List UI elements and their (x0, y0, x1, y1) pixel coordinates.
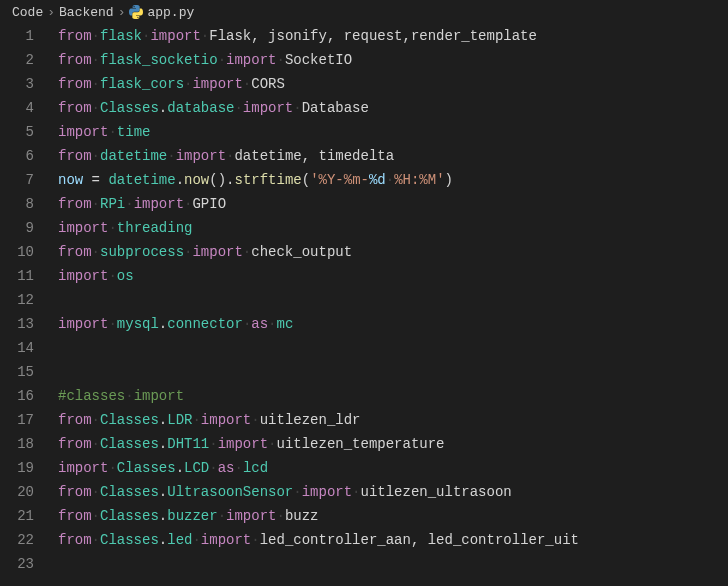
token: · (108, 460, 116, 476)
token: import (134, 196, 184, 212)
token: check_output (251, 244, 352, 260)
code-line[interactable] (58, 360, 728, 384)
token: datetime (108, 172, 175, 188)
breadcrumb-item-file[interactable]: app.py (147, 5, 194, 20)
code-line[interactable]: import·mysql.connector·as·mc (58, 312, 728, 336)
token: · (108, 220, 116, 236)
token: Classes (100, 412, 159, 428)
token: CORS (251, 76, 285, 92)
token: · (293, 100, 301, 116)
token: ( (302, 172, 310, 188)
token: SocketIO (285, 52, 352, 68)
code-line[interactable]: from·flask_cors·import·CORS (58, 72, 728, 96)
code-line[interactable]: from·flask_socketio·import·SocketIO (58, 48, 728, 72)
line-number: 12 (0, 288, 34, 312)
token: · (386, 172, 394, 188)
token: LCD (184, 460, 209, 476)
token: import (58, 460, 108, 476)
code-line[interactable]: from·Classes.LDR·import·uitlezen_ldr (58, 408, 728, 432)
code-line[interactable]: from·Classes.database·import·Database (58, 96, 728, 120)
token: DHT11 (167, 436, 209, 452)
token: import (58, 124, 108, 140)
token: (). (209, 172, 234, 188)
token: import (201, 532, 251, 548)
line-number: 15 (0, 360, 34, 384)
token: · (209, 436, 217, 452)
token: Classes (100, 484, 159, 500)
token: import (58, 316, 108, 332)
code-line[interactable]: import·threading (58, 216, 728, 240)
token: threading (117, 220, 193, 236)
token: '%Y-%m- (310, 172, 369, 188)
token: import (192, 76, 242, 92)
line-number: 10 (0, 240, 34, 264)
token: . (159, 316, 167, 332)
token: import (201, 412, 251, 428)
token: Database (302, 100, 369, 116)
code-line[interactable]: import·Classes.LCD·as·lcd (58, 456, 728, 480)
code-line[interactable]: from·RPi·import·GPIO (58, 192, 728, 216)
line-number: 5 (0, 120, 34, 144)
code-line[interactable] (58, 288, 728, 312)
line-number: 13 (0, 312, 34, 336)
token: import (226, 52, 276, 68)
token: · (92, 412, 100, 428)
code-line[interactable]: now = datetime.now().strftime('%Y-%m-%d·… (58, 168, 728, 192)
code-line[interactable]: from·subprocess·import·check_output (58, 240, 728, 264)
token: · (92, 196, 100, 212)
token: time (117, 124, 151, 140)
code-content[interactable]: from·flask·import·Flask, jsonify, reques… (52, 24, 728, 586)
code-line[interactable]: from·Classes.DHT11·import·uitlezen_tempe… (58, 432, 728, 456)
token: · (243, 76, 251, 92)
line-number: 4 (0, 96, 34, 120)
code-line[interactable]: from·flask·import·Flask, jsonify, reques… (58, 24, 728, 48)
token: %d (369, 172, 386, 188)
token: · (92, 436, 100, 452)
breadcrumb-item-folder[interactable]: Backend (59, 5, 114, 20)
token: Classes (100, 508, 159, 524)
token: · (92, 508, 100, 524)
token: Classes (100, 100, 159, 116)
token: UltrasoonSensor (167, 484, 293, 500)
token: from (58, 508, 92, 524)
code-line[interactable]: #classes·import (58, 384, 728, 408)
token: %H:%M' (394, 172, 444, 188)
line-number: 7 (0, 168, 34, 192)
line-number: 9 (0, 216, 34, 240)
token: · (251, 532, 259, 548)
token: flask (100, 28, 142, 44)
token: · (167, 148, 175, 164)
code-line[interactable]: from·datetime·import·datetime, timedelta (58, 144, 728, 168)
token: import (218, 436, 268, 452)
line-number: 3 (0, 72, 34, 96)
breadcrumb-item-root[interactable]: Code (12, 5, 43, 20)
token: uitlezen_ldr (260, 412, 361, 428)
code-line[interactable]: import·time (58, 120, 728, 144)
token: · (108, 268, 116, 284)
token: · (92, 52, 100, 68)
token: from (58, 244, 92, 260)
token: from (58, 196, 92, 212)
token: mysql (117, 316, 159, 332)
token: from (58, 412, 92, 428)
token: · (92, 244, 100, 260)
code-editor[interactable]: 1234567891011121314151617181920212223 fr… (0, 24, 728, 586)
code-line[interactable]: from·Classes.UltrasoonSensor·import·uitl… (58, 480, 728, 504)
code-line[interactable]: from·Classes.led·import·led_controller_a… (58, 528, 728, 552)
code-line[interactable] (58, 552, 728, 576)
token: from (58, 52, 92, 68)
token: · (192, 532, 200, 548)
token: import (176, 148, 226, 164)
token: · (92, 28, 100, 44)
code-line[interactable]: import·os (58, 264, 728, 288)
line-number: 19 (0, 456, 34, 480)
token: led (167, 532, 192, 548)
token: from (58, 28, 92, 44)
line-number: 16 (0, 384, 34, 408)
token: import (243, 100, 293, 116)
token: as (218, 460, 235, 476)
token: #classes (58, 388, 125, 404)
code-line[interactable]: from·Classes.buzzer·import·buzz (58, 504, 728, 528)
token: · (268, 316, 276, 332)
code-line[interactable] (58, 336, 728, 360)
